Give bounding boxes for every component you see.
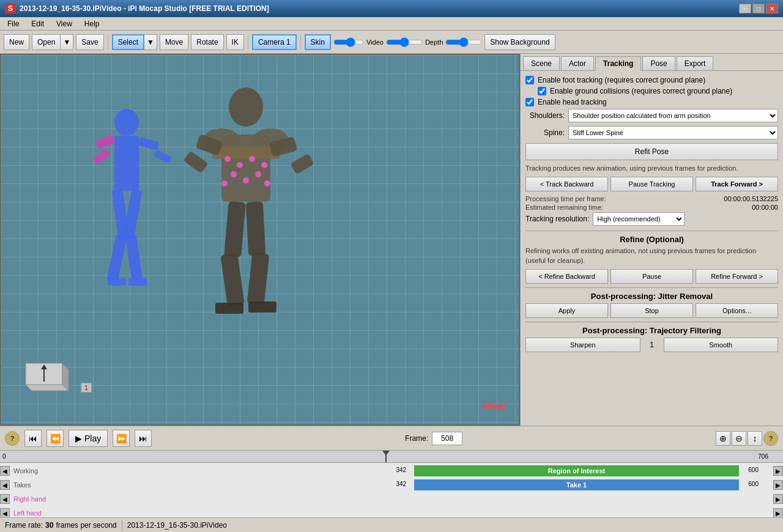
toolbar-separator-2 — [248, 35, 248, 50]
options-button[interactable]: Options... — [696, 303, 778, 318]
track-nav-left-right-hand[interactable]: ◀ — [0, 494, 10, 504]
video-slider[interactable] — [386, 38, 423, 46]
new-button[interactable]: New — [4, 34, 29, 50]
processing-time-value: 00:00:00.5132225 — [724, 195, 778, 202]
menu-view[interactable]: View — [54, 19, 75, 29]
track-nav-right-left-hand[interactable]: ▶ — [773, 508, 783, 517]
track-bar-working[interactable]: Region of Interest — [414, 465, 738, 476]
zoom-in-button[interactable]: ⊕ — [716, 431, 730, 446]
select-dropdown-arrow[interactable]: ▼ — [144, 34, 157, 50]
go-to-start-button[interactable]: ⏮ — [24, 430, 42, 447]
help-button-left[interactable]: ? — [5, 431, 20, 446]
svg-rect-7 — [106, 235, 127, 282]
skin-slider[interactable] — [333, 38, 364, 46]
refine-section-title: Refine (Optional) — [525, 235, 778, 244]
maximize-button[interactable]: □ — [752, 4, 765, 13]
ground-collisions-label: Enable ground collisions (requires corre… — [550, 87, 732, 95]
refit-pose-button[interactable]: Refit Pose — [525, 143, 778, 160]
pause-tracking-button[interactable]: Pause Tracking — [610, 177, 693, 191]
frame-input[interactable]: 508 — [432, 432, 462, 445]
zoom-out-button[interactable]: ⊖ — [732, 431, 746, 446]
svg-rect-10 — [125, 235, 143, 282]
menu-edit[interactable]: Edit — [29, 19, 46, 29]
smooth-button[interactable]: Smooth — [664, 338, 779, 352]
head-tracking-checkbox[interactable] — [525, 98, 534, 106]
video-slider-container — [386, 38, 423, 46]
open-dropdown-arrow[interactable]: ▼ — [61, 34, 73, 50]
spine-row: Spine: Stiff Lower Spine — [525, 126, 778, 139]
skin-button[interactable]: Skin — [305, 34, 331, 50]
depth-slider[interactable] — [445, 38, 482, 46]
playhead-triangle — [382, 451, 390, 456]
viewport[interactable]: 1 Head — [0, 54, 520, 426]
track-bar-takes[interactable]: Take 1 — [414, 479, 738, 490]
dark-figure — [179, 86, 313, 342]
track-backward-button[interactable]: < Track Backward — [525, 177, 608, 191]
track-nav-left-working[interactable]: ◀ — [0, 466, 10, 476]
step-forward-button[interactable]: ⏩ — [113, 430, 130, 447]
file-name: 2013-12-19_16-35-30.iPiVideo — [127, 521, 227, 530]
ground-collisions-checkbox[interactable] — [538, 87, 546, 95]
ruler-start: 0 — [2, 453, 6, 460]
zoom-fit-button[interactable]: ↕ — [748, 431, 762, 446]
estimated-remaining-row: Estimated remaining time: 00:00:00 — [525, 204, 778, 211]
tab-pose[interactable]: Pose — [642, 56, 675, 70]
track-nav-left-takes[interactable]: ◀ — [0, 480, 10, 490]
stop-button[interactable]: Stop — [610, 303, 693, 318]
bottom-controls: ? ⏮ ⏪ ▶ Play ⏩ ⏭ Frame: 508 ⊕ ⊖ ↕ ? — [0, 426, 783, 450]
go-to-end-button[interactable]: ⏭ — [135, 430, 152, 447]
track-nav-right-takes[interactable]: ▶ — [773, 480, 783, 490]
move-button[interactable]: Move — [160, 34, 188, 50]
save-button[interactable]: Save — [76, 34, 103, 50]
menu-bar: File Edit View Help — [0, 17, 783, 31]
rotate-button[interactable]: Rotate — [191, 34, 223, 50]
menu-file[interactable]: File — [5, 19, 21, 29]
track-nav-left-left-hand[interactable]: ◀ — [0, 508, 10, 517]
timeline[interactable]: 0 706 ◀ Working 342 Region of Interest 6… — [0, 450, 783, 517]
track-forward-button[interactable]: Track Forward > — [696, 177, 778, 191]
foot-tracking-checkbox[interactable] — [525, 76, 534, 84]
spine-select[interactable]: Stiff Lower Spine — [568, 126, 778, 139]
track-bar-area-working: 342 Region of Interest 600 — [83, 465, 773, 476]
panel-content: Enable foot tracking (requires correct g… — [521, 71, 783, 426]
play-label: Play — [84, 434, 101, 443]
show-background-button[interactable]: Show Background — [484, 34, 555, 50]
open-button[interactable]: Open — [32, 34, 61, 50]
track-nav-right-working[interactable]: ▶ — [773, 466, 783, 476]
tab-tracking[interactable]: Tracking — [595, 56, 641, 71]
tab-export[interactable]: Export — [677, 56, 714, 70]
shoulders-select[interactable]: Shoulder position calculated from arm po… — [568, 109, 778, 122]
svg-point-24 — [221, 180, 228, 187]
title-bar-controls[interactable]: ─ □ ✕ — [739, 4, 778, 13]
timeline-playhead[interactable] — [385, 451, 387, 462]
select-dropdown[interactable]: Select ▼ — [112, 34, 157, 50]
depth-slider-container — [445, 38, 482, 46]
svg-point-20 — [261, 162, 267, 168]
refine-backward-button[interactable]: < Refine Backward — [525, 269, 608, 284]
svg-rect-16 — [212, 147, 280, 159]
track-nav-right-right-hand[interactable]: ▶ — [773, 494, 783, 504]
track-start-takes: 342 — [396, 481, 406, 487]
svg-rect-8 — [108, 278, 126, 286]
step-backward-button[interactable]: ⏪ — [46, 430, 64, 447]
help-button-right[interactable]: ? — [763, 431, 778, 446]
refine-forward-button[interactable]: Refine Forward > — [696, 269, 778, 284]
menu-help[interactable]: Help — [82, 19, 102, 29]
open-dropdown[interactable]: Open ▼ — [32, 34, 73, 50]
sharpen-button[interactable]: Sharpen — [525, 338, 640, 352]
toolbar-separator-1 — [108, 35, 108, 50]
close-button[interactable]: ✕ — [766, 4, 778, 13]
ik-button[interactable]: IK — [226, 34, 244, 50]
tab-scene[interactable]: Scene — [523, 56, 560, 70]
pause-button[interactable]: Pause — [610, 269, 693, 284]
apply-button[interactable]: Apply — [525, 303, 608, 318]
tracking-resolution-select[interactable]: High (recommended) — [593, 212, 685, 226]
track-buttons-row: < Track Backward Pause Tracking Track Fo… — [525, 177, 778, 191]
tab-actor[interactable]: Actor — [561, 56, 594, 70]
play-button[interactable]: ▶ Play — [69, 430, 108, 447]
frame-badge: 1 — [81, 383, 92, 393]
minimize-button[interactable]: ─ — [739, 4, 751, 13]
select-button[interactable]: Select — [112, 34, 144, 50]
camera-button[interactable]: Camera 1 — [252, 34, 297, 50]
ground-collisions-row: Enable ground collisions (requires corre… — [538, 87, 778, 95]
